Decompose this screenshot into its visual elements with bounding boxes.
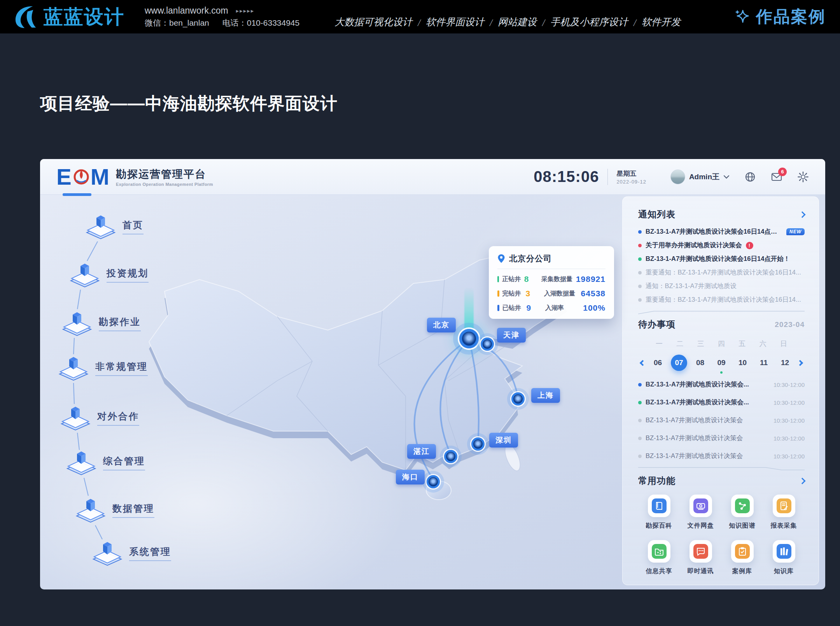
func-label: 报表采集	[771, 522, 797, 530]
calendar-date[interactable]: 08	[692, 355, 709, 371]
platform-icon	[63, 449, 99, 476]
ecm-logo-m: M	[91, 164, 110, 190]
platform-name: 勘探运营管理平台	[116, 167, 213, 181]
notification-list: BZ-13-1-A7井测试地质设计决策会16日14点开始 NEW 关于用举办井测…	[638, 227, 805, 304]
sidebar-item-system-mgmt[interactable]: 系统管理	[89, 540, 171, 567]
notification-item[interactable]: 通知：BZ-13-1-A7井测试地质设	[638, 282, 805, 290]
notification-item[interactable]: 重要通知：BZ-13-1-A7井测试地质设计决策会16日14...	[638, 296, 805, 304]
calendar-date[interactable]: 06	[650, 355, 666, 371]
header-accent-bar	[63, 193, 91, 196]
calendar-date-selected[interactable]: 07	[671, 355, 687, 371]
notifications-title: 通知列表	[638, 208, 676, 220]
section-divider	[638, 310, 805, 315]
sidebar-item-general-mgmt[interactable]: 综合管理	[63, 449, 145, 476]
functions-more-button[interactable]	[799, 477, 806, 484]
cnooc-logo-icon	[73, 167, 90, 187]
func-info-share[interactable]: 信息共享	[638, 540, 680, 575]
func-label: 案例库	[732, 567, 752, 575]
notification-item[interactable]: 重要通知：BZ-13-1-A7井测试地质设计决策会16日14...	[638, 268, 805, 277]
well-label: 正钻井	[502, 275, 524, 283]
func-report-collect[interactable]: 报表采集	[763, 495, 805, 530]
avatar[interactable]	[670, 170, 685, 184]
func-case-library[interactable]: 案例库	[721, 540, 763, 575]
nav-item-software-ui[interactable]: 软件界面设计	[426, 16, 484, 28]
weekday-label: 二	[672, 339, 688, 348]
language-globe-button[interactable]	[744, 171, 756, 183]
status-dot	[638, 230, 642, 234]
stat-label: 入湖率	[545, 304, 583, 312]
todo-item[interactable]: BZ-13-1-A7井测试地质设计决策会 10:30-12:00	[638, 452, 805, 460]
calendar-date[interactable]: 12	[777, 355, 793, 371]
settings-button[interactable]	[797, 171, 809, 183]
todo-item[interactable]: BZ-13-1-A7井测试地质设计决策会... 10:30-12:00	[638, 398, 805, 407]
clock-weekday: 星期五	[616, 169, 646, 178]
func-instant-messaging[interactable]: 即时通讯	[680, 540, 721, 575]
todo-text: BZ-13-1-A7井测试地质设计决策会...	[646, 398, 770, 407]
todo-item[interactable]: BZ-13-1-A7井测试地质设计决策会 10:30-12:00	[638, 416, 805, 425]
notification-item[interactable]: 关于用举办井测试地质设计决策会 !	[638, 241, 805, 250]
sidebar-item-label: 投资规划	[107, 267, 149, 283]
sidebar-item-exploration[interactable]: 勘探作业	[59, 310, 141, 337]
city-label-tianjin[interactable]: 天津	[497, 328, 526, 343]
todo-item[interactable]: BZ-13-1-A7井测试地质设计决策会 10:30-12:00	[638, 434, 805, 442]
map-marker-tianjin[interactable]	[481, 337, 494, 351]
sidebar-item-data-mgmt[interactable]: 数据管理	[73, 497, 154, 524]
sidebar-item-label: 首页	[122, 219, 144, 234]
platform-icon	[67, 261, 103, 289]
legend-tick	[497, 305, 499, 311]
prev-week-button[interactable]	[640, 360, 646, 366]
popup-title: 北京分公司	[509, 253, 552, 264]
func-exploration-wiki[interactable]: 勘探百科	[638, 495, 680, 530]
new-badge: NEW	[786, 228, 805, 235]
site-url[interactable]: www.lanlanwork.com	[145, 4, 228, 17]
nav-item-website[interactable]: 网站建设	[498, 16, 537, 28]
map-marker-beijing[interactable]	[459, 329, 479, 348]
nav-item-bigdata[interactable]: 大数据可视化设计	[334, 16, 412, 28]
site-logo-text: 蓝蓝设计	[44, 4, 124, 30]
city-label-shenzhen[interactable]: 深圳	[489, 433, 518, 448]
popup-stat-row: 完钻井 3 入湖数据量 64538	[497, 289, 606, 298]
map-marker-shanghai[interactable]	[511, 392, 525, 406]
next-week-button[interactable]	[797, 360, 803, 366]
todo-text: BZ-13-1-A7井测试地质设计决策会	[646, 452, 770, 460]
func-knowledge-base[interactable]: 知识库	[763, 540, 805, 575]
func-label: 知识图谱	[729, 522, 756, 530]
well-value: 3	[526, 289, 544, 298]
notification-item[interactable]: BZ-13-1-A7井测试地质设计决策会16日14点开始！	[638, 255, 805, 263]
calendar-date[interactable]: 09	[713, 355, 730, 371]
folder-share-icon	[652, 544, 667, 559]
status-dot	[638, 271, 642, 275]
sidebar-item-unconventional[interactable]: 非常规管理	[56, 355, 148, 382]
todo-item[interactable]: BZ-13-1-A7井测试地质设计决策会... 10:30-12:00	[638, 380, 805, 389]
nav-separator: /	[490, 17, 492, 28]
messages-button[interactable]: 6	[771, 171, 782, 183]
func-label: 即时通讯	[688, 567, 714, 575]
todo-text: BZ-13-1-A7井测试地质设计决策会...	[646, 380, 770, 389]
map-marker-haikou[interactable]	[427, 475, 440, 488]
map-marker-shenzhen[interactable]	[471, 437, 485, 451]
notification-item[interactable]: BZ-13-1-A7井测试地质设计决策会16日14点开始 NEW	[638, 227, 805, 236]
city-label-beijing[interactable]: 北京	[427, 318, 456, 332]
nav-item-mobile[interactable]: 手机及小程序设计	[550, 16, 628, 28]
legend-tick	[497, 276, 499, 282]
notifications-more-button[interactable]	[799, 211, 806, 218]
site-header: 蓝蓝设计 www.lanlanwork.com ▸▸▸▸▸ 微信：ben_lan…	[0, 0, 840, 33]
portfolio-link[interactable]: 作品案例	[733, 6, 826, 28]
calendar-date[interactable]: 11	[756, 355, 772, 371]
city-label-haikou[interactable]: 海口	[396, 470, 425, 484]
todo-time: 10:30-12:00	[774, 435, 805, 442]
well-value: 9	[526, 303, 545, 313]
site-logo[interactable]: 蓝蓝设计	[14, 4, 124, 30]
city-label-zhanjiang[interactable]: 湛江	[407, 444, 436, 459]
sidebar-item-home[interactable]: 首页	[83, 213, 144, 240]
sidebar-item-investment[interactable]: 投资规划	[67, 261, 149, 289]
city-label-shanghai[interactable]: 上海	[531, 388, 560, 403]
func-label: 文件网盘	[688, 522, 714, 530]
func-file-drive[interactable]: 文件网盘	[680, 495, 721, 530]
user-menu[interactable]: Admin王	[670, 170, 730, 184]
func-knowledge-graph[interactable]: 知识图谱	[721, 495, 763, 530]
map-marker-zhanjiang[interactable]	[444, 450, 457, 463]
calendar-date[interactable]: 10	[735, 355, 751, 371]
nav-item-dev[interactable]: 软件开发	[642, 16, 681, 28]
sidebar-item-cooperation[interactable]: 对外合作	[58, 404, 139, 432]
